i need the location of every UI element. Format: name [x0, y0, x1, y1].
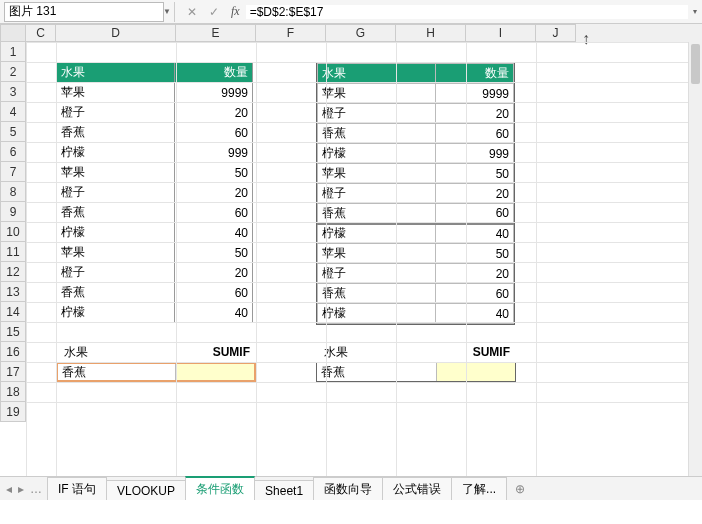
sheet-tab-bar: ◂ ▸ … IF 语句VLOOKUP条件函数Sheet1函数向导公式错误了解..… — [0, 476, 702, 500]
vertical-scrollbar[interactable] — [688, 42, 702, 476]
fruit-input-1[interactable]: 香蕉 — [58, 364, 176, 380]
row-header-14[interactable]: 14 — [0, 302, 26, 322]
row-header-17[interactable]: 17 — [0, 362, 26, 382]
tab-nav-next-icon[interactable]: ▸ — [18, 482, 24, 496]
sheet-tabs: IF 语句VLOOKUP条件函数Sheet1函数向导公式错误了解... — [48, 477, 507, 501]
column-headers: CDEFGHIJ — [0, 24, 702, 42]
col-header-F[interactable]: F — [256, 24, 326, 42]
fruit-input-2[interactable]: 香蕉 — [317, 363, 437, 381]
row-header-2[interactable]: 2 — [0, 62, 26, 82]
cancel-icon[interactable]: ✕ — [181, 5, 203, 19]
row-header-12[interactable]: 12 — [0, 262, 26, 282]
col-header-I[interactable]: I — [466, 24, 536, 42]
col-header-D[interactable]: D — [56, 24, 176, 42]
label-sumif-2: SUMIF — [436, 342, 514, 362]
sheet-tab[interactable]: 条件函数 — [185, 476, 255, 501]
col-header-G[interactable]: G — [326, 24, 396, 42]
col-header-J[interactable]: J — [536, 24, 576, 42]
sheet-tab[interactable]: 函数向导 — [313, 477, 383, 501]
sheet-tab[interactable]: IF 语句 — [47, 477, 107, 501]
add-sheet-icon[interactable]: ⊕ — [507, 482, 533, 496]
sheet-tab[interactable]: VLOOKUP — [106, 480, 186, 501]
row-header-4[interactable]: 4 — [0, 102, 26, 122]
formula-input[interactable] — [246, 5, 688, 19]
sumif-result-1[interactable] — [176, 364, 254, 380]
col-header-C[interactable]: C — [26, 24, 56, 42]
fx-icon[interactable]: fx — [225, 4, 246, 19]
input-group-2: 香蕉 — [316, 362, 516, 382]
row-headers: 12345678910111213141516171819 — [0, 42, 26, 500]
row-header-13[interactable]: 13 — [0, 282, 26, 302]
confirm-icon[interactable]: ✓ — [203, 5, 225, 19]
row-header-3[interactable]: 3 — [0, 82, 26, 102]
col-header-E[interactable]: E — [176, 24, 256, 42]
row-header-9[interactable]: 9 — [0, 202, 26, 222]
sheet-tab[interactable]: Sheet1 — [254, 480, 314, 501]
formula-expand-icon[interactable]: ▾ — [688, 7, 702, 16]
separator — [174, 2, 175, 22]
cell-area[interactable]: 水果数量苹果9999橙子20香蕉60柠檬999苹果50橙子20香蕉60柠檬40苹… — [26, 42, 702, 500]
row-header-19[interactable]: 19 — [0, 402, 26, 422]
name-box-dropdown-icon[interactable]: ▼ — [163, 7, 171, 16]
input-group-1: 香蕉 — [56, 362, 256, 382]
formula-bar: ▼ ✕ ✓ fx ▾ — [0, 0, 702, 24]
sumif-result-2[interactable] — [437, 363, 515, 381]
row-header-11[interactable]: 11 — [0, 242, 26, 262]
row-header-7[interactable]: 7 — [0, 162, 26, 182]
col-header-H[interactable]: H — [396, 24, 466, 42]
row-header-8[interactable]: 8 — [0, 182, 26, 202]
row-header-5[interactable]: 5 — [0, 122, 26, 142]
sheet-tab[interactable]: 公式错误 — [382, 477, 452, 501]
row-header-18[interactable]: 18 — [0, 382, 26, 402]
tab-nav: ◂ ▸ … — [0, 482, 48, 496]
spreadsheet-grid: CDEFGHIJ 12345678910111213141516171819 水… — [0, 24, 702, 500]
label-sumif-1: SUMIF — [176, 342, 254, 362]
row-header-15[interactable]: 15 — [0, 322, 26, 342]
label-fruit-1: 水果 — [60, 342, 176, 362]
row-header-10[interactable]: 10 — [0, 222, 26, 242]
row-header-6[interactable]: 6 — [0, 142, 26, 162]
tab-nav-prev-icon[interactable]: ◂ — [6, 482, 12, 496]
row-header-1[interactable]: 1 — [0, 42, 26, 62]
label-fruit-2: 水果 — [320, 342, 436, 362]
row-header-16[interactable]: 16 — [0, 342, 26, 362]
name-box-input[interactable] — [5, 5, 163, 19]
scrollbar-thumb[interactable] — [691, 44, 700, 84]
sheet-tab[interactable]: 了解... — [451, 477, 507, 501]
select-all-corner[interactable] — [0, 24, 26, 42]
name-box[interactable]: ▼ — [4, 2, 164, 22]
tab-nav-ellipsis[interactable]: … — [30, 482, 42, 496]
